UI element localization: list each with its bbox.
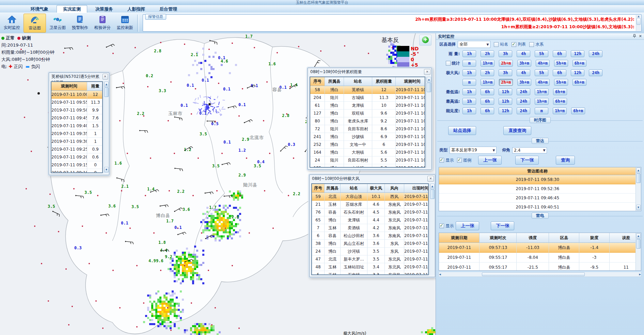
wind2-1hpm-button[interactable]: 1h+m xyxy=(481,79,494,86)
table-row[interactable]: 2019-07-1109:55:17-21.5博白县-9.511 xyxy=(439,263,641,271)
station-dot[interactable] xyxy=(288,195,289,196)
rain-acc-scrollbar[interactable]: ▲ xyxy=(426,77,431,168)
station-dot[interactable] xyxy=(216,190,218,191)
station-dot[interactable] xyxy=(170,330,172,331)
column-header[interactable]: 观测时间 xyxy=(396,77,425,86)
column-header[interactable]: 陡度 xyxy=(579,233,610,243)
table-row[interactable]: 2019-07-11 09:351 xyxy=(51,130,102,138)
column-header[interactable]: 极大风 xyxy=(367,184,385,193)
satellite-cloud-button[interactable]: 卫星云图 xyxy=(47,14,68,33)
close-icon[interactable]: ✕ xyxy=(427,176,434,182)
rain-6h-button[interactable]: 6h xyxy=(553,50,566,57)
vis-24h-button[interactable]: 24h xyxy=(517,107,530,114)
rain-12h-button[interactable]: 12h xyxy=(571,50,584,57)
direct-query-button[interactable]: 直接查询 xyxy=(503,126,531,135)
lightning-next-button[interactable]: 下一张 xyxy=(491,221,514,230)
table-row[interactable]: 47北流新丰大罗...3.5东北风2019-07-11 09:12 xyxy=(312,255,428,263)
station-dot[interactable] xyxy=(112,53,114,54)
tmin-24h-button[interactable]: 24h xyxy=(517,88,530,95)
table-row[interactable]: 2019-07-11 10:0012 xyxy=(51,91,102,99)
close-icon[interactable]: ✕ xyxy=(103,74,108,80)
table-row[interactable]: 72陆川良田车田村8.62019-07-11 10:00 xyxy=(310,125,425,133)
table-row[interactable]: 59北流大容山顶10.1西风2019-07-11 08:47 xyxy=(312,193,428,201)
station-dot[interactable] xyxy=(48,300,49,302)
wind2-5hpm-button[interactable]: 5h+m xyxy=(554,79,568,86)
water-system-checkbox[interactable] xyxy=(529,42,534,47)
wind-4h-button[interactable]: 4h xyxy=(517,69,530,76)
stat-1hpm-button[interactable]: 1h+m xyxy=(481,60,494,67)
station-dot[interactable] xyxy=(218,83,219,84)
column-header[interactable]: 序号 xyxy=(310,77,325,86)
station-dot[interactable] xyxy=(168,120,169,121)
vis-6h-button[interactable]: 6h xyxy=(481,107,494,114)
column-header[interactable]: 所属县 xyxy=(325,184,341,193)
elevation-select[interactable]: 2.4▼ xyxy=(512,147,547,153)
lightning-hscrollbar[interactable]: ◀▶ xyxy=(439,272,641,277)
column-header[interactable]: 观测日期 xyxy=(439,233,480,243)
wind2-6hpm-button[interactable]: 6h+m xyxy=(572,79,586,86)
station-dot[interactable] xyxy=(127,153,128,154)
radar-next-button[interactable]: 下一张 xyxy=(515,156,539,165)
station-dot[interactable] xyxy=(184,44,185,45)
station-dot[interactable] xyxy=(31,151,32,152)
radar-station-dot[interactable] xyxy=(208,103,211,105)
table-row[interactable]: 2019-07-1109:55:17-8.04博白县-3 xyxy=(439,253,641,263)
station-dot[interactable] xyxy=(344,45,345,47)
stat-6hpm-button[interactable]: 6h+m xyxy=(572,60,586,67)
menu-tab-weathermod[interactable]: 人影指挥 xyxy=(121,5,151,13)
station-dot[interactable] xyxy=(264,190,265,191)
station-dot[interactable] xyxy=(145,195,146,196)
station-dot[interactable] xyxy=(170,81,172,83)
station-dot[interactable] xyxy=(27,79,29,81)
table-row[interactable]: 21玉林苏烟水库4.6东南风2019-07-11 09:49 xyxy=(312,201,428,208)
vis-1h-button[interactable]: 1h xyxy=(462,107,476,114)
monitor-refresh-button[interactable]: 监控刷新 xyxy=(114,14,136,33)
station-dot[interactable] xyxy=(249,232,250,234)
lightning-show-checkbox[interactable] xyxy=(439,223,444,228)
station-select-button[interactable]: 站点选择 xyxy=(448,126,476,135)
station-dot[interactable] xyxy=(68,324,69,325)
station-dot[interactable] xyxy=(191,302,192,304)
table-row[interactable]: 2019-07-11 09:52:36 xyxy=(439,184,641,194)
table-row[interactable]: 2019-07-11 09:150 xyxy=(51,161,102,169)
rain5min-scrollbar[interactable]: ▲ ▼ xyxy=(104,81,109,173)
wind-6h-button[interactable]: 6h xyxy=(553,69,566,76)
menu-tab-realtime[interactable]: 实况监测 xyxy=(57,5,87,13)
list-checkbox[interactable] xyxy=(512,42,516,47)
station-dot[interactable] xyxy=(277,52,278,53)
lightning-scrollbar[interactable]: ▲ xyxy=(635,233,641,270)
station-dot[interactable] xyxy=(320,50,321,52)
station-dot[interactable] xyxy=(24,117,25,118)
tmax-24h-button[interactable]: 24h xyxy=(517,98,530,105)
station-dot[interactable] xyxy=(58,231,59,232)
column-header[interactable]: 雷达图名称 xyxy=(439,167,636,175)
station-dot[interactable] xyxy=(63,52,64,53)
tmin-6h-button[interactable]: 6h xyxy=(481,88,494,95)
rain-1h-button[interactable]: 1h xyxy=(462,50,476,57)
station-dot[interactable] xyxy=(221,153,223,154)
station-dot[interactable] xyxy=(143,302,144,304)
radar-list-scrollbar[interactable]: ▲▼ xyxy=(635,167,641,211)
station-dot[interactable] xyxy=(121,190,122,191)
table-row[interactable]: 5玉林石南镇3.3东北风2019-07-11 09:59 xyxy=(312,271,428,275)
table-row[interactable]: 164博白大垌镇5.62019-07-11 10:00 xyxy=(310,149,425,156)
station-dot[interactable] xyxy=(198,157,199,159)
station-dot[interactable] xyxy=(238,115,240,117)
station-dot[interactable] xyxy=(41,263,42,264)
station-dot[interactable] xyxy=(232,43,233,44)
wind-1h-button[interactable]: 1h xyxy=(462,69,476,76)
wind2-3hpm-button[interactable]: 3h+m xyxy=(517,79,531,86)
rain-4h-button[interactable]: 4h xyxy=(517,50,530,57)
stat-4hpm-button[interactable]: 4h+m xyxy=(536,60,550,67)
station-dot[interactable] xyxy=(97,195,98,196)
stat-m-button[interactable]: m xyxy=(462,60,476,67)
station-dot[interactable] xyxy=(102,328,104,329)
tmin-12h-button[interactable]: 12h xyxy=(499,88,512,95)
pin-icon[interactable] xyxy=(633,34,636,39)
station-name-checkbox[interactable] xyxy=(494,42,499,47)
rain-5h-button[interactable]: 5h xyxy=(535,50,548,57)
station-dot[interactable] xyxy=(254,47,255,48)
rain-3h-button[interactable]: 3h xyxy=(499,50,512,57)
tmax-12h-button[interactable]: 12h xyxy=(499,98,512,105)
station-dot[interactable] xyxy=(73,188,75,189)
